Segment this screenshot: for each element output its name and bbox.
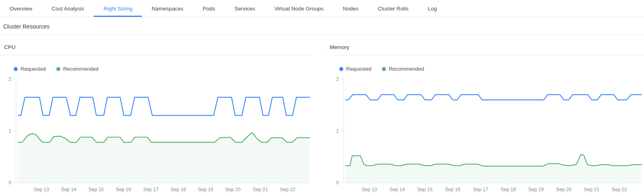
requested-series-line (18, 97, 310, 115)
y-tick-label: 1 (336, 128, 339, 134)
tab-pods[interactable]: Pods (193, 0, 225, 17)
x-tick-label: Sep 15 (417, 187, 433, 192)
x-tick-label: Sep 18 (170, 187, 186, 192)
legend-item-requested[interactable]: Requested (14, 66, 46, 72)
x-tick-label: Sep 22 (612, 187, 627, 192)
recommended-area-fill (346, 154, 642, 183)
chart-title-cpu: CPU (0, 44, 312, 55)
tab-namespaces[interactable]: Namespaces (142, 0, 193, 17)
chart-card-memory: MemoryRequestedRecommended012Sep 13Sep 1… (326, 35, 644, 194)
x-tick-label: Sep 13 (362, 187, 377, 192)
tab-overview[interactable]: Overview (0, 0, 42, 17)
x-tick-label: Sep 16 (445, 187, 460, 192)
recommended-area-fill (18, 133, 310, 183)
x-tick-label: Sep 21 (584, 187, 599, 192)
chart-title-memory: Memory (326, 44, 644, 55)
requested-series-line (346, 95, 642, 100)
tab-virtual-node-groups[interactable]: Virtual Node Groups (265, 0, 333, 17)
tab-cluster-rolls[interactable]: Cluster Rolls (368, 0, 418, 17)
x-tick-label: Sep 14 (61, 187, 76, 192)
legend-label: Requested (21, 66, 46, 72)
tab-log[interactable]: Log (418, 0, 447, 17)
legend-recommended-dot-icon (382, 67, 386, 71)
legend-item-requested[interactable]: Requested (339, 66, 371, 72)
tab-right-sizing[interactable]: Right Sizing (94, 0, 142, 17)
section-header: Cluster Resources (0, 17, 644, 35)
y-tick-label: 2 (336, 76, 339, 82)
x-tick-label: Sep 16 (116, 187, 131, 192)
legend-memory: RequestedRecommended (339, 66, 644, 72)
section-title: Cluster Resources (3, 23, 49, 30)
tab-nodes[interactable]: Nodes (333, 0, 368, 17)
tab-cost-analysis[interactable]: Cost Analysis (42, 0, 94, 17)
legend-cpu: RequestedRecommended (14, 66, 312, 72)
y-tick-label: 0 (336, 180, 339, 186)
legend-label: Recommended (389, 66, 424, 72)
y-tick-label: 0 (8, 180, 11, 186)
x-tick-label: Sep 17 (473, 187, 488, 192)
x-tick-label: Sep 14 (390, 187, 405, 192)
x-tick-label: Sep 15 (88, 187, 104, 192)
y-tick-label: 2 (8, 76, 11, 82)
x-tick-label: Sep 13 (34, 187, 49, 192)
legend-recommended-dot-icon (56, 67, 60, 71)
legend-item-recommended[interactable]: Recommended (382, 66, 424, 72)
legend-label: Recommended (63, 66, 98, 72)
x-tick-label: Sep 21 (252, 187, 268, 192)
chart-card-cpu: CPURequestedRecommended012Sep 13Sep 14Se… (0, 35, 312, 194)
cpu-line-chart: 012Sep 13Sep 14Sep 15Sep 16Sep 17Sep 18S… (0, 74, 312, 194)
tab-bar: OverviewCost AnalysisRight SizingNamespa… (0, 0, 644, 17)
legend-requested-dot-icon (14, 67, 18, 71)
y-tick-label: 1 (8, 128, 11, 134)
recommended-series-line (346, 154, 642, 166)
tab-services[interactable]: Services (225, 0, 265, 17)
x-tick-label: Sep 19 (198, 187, 213, 192)
x-tick-label: Sep 20 (556, 187, 571, 192)
x-tick-label: Sep 17 (143, 187, 158, 192)
x-tick-label: Sep 18 (500, 187, 516, 192)
legend-label: Requested (346, 66, 371, 72)
x-tick-label: Sep 19 (528, 187, 544, 192)
legend-item-recommended[interactable]: Recommended (56, 66, 98, 72)
charts-row: CPURequestedRecommended012Sep 13Sep 14Se… (0, 35, 644, 194)
x-tick-label: Sep 20 (225, 187, 240, 192)
x-tick-label: Sep 22 (280, 187, 295, 192)
memory-line-chart: 012Sep 13Sep 14Sep 15Sep 16Sep 17Sep 18S… (326, 74, 644, 194)
legend-requested-dot-icon (339, 67, 343, 71)
